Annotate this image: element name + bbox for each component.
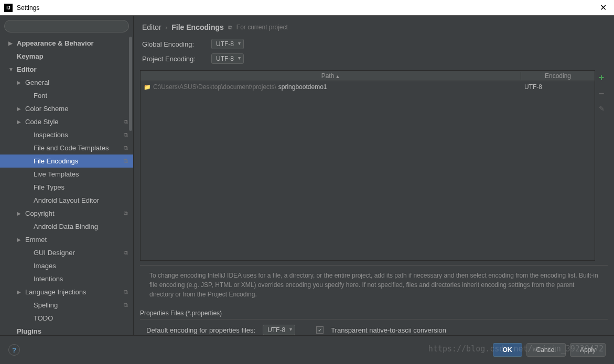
tree-item-language-injections[interactable]: Language Injections⧉ [0,285,133,299]
folder-icon: 📁 [144,84,151,91]
app-icon: IJ [4,4,13,12]
scrollbar[interactable] [129,37,132,131]
tree-item-label: Live Templates [34,170,79,178]
breadcrumb-scope: For current project [236,24,288,31]
tree-item-label: Plugins [17,327,41,335]
sidebar: 🔍 Appearance & BehaviorKeymapEditorGener… [0,16,134,335]
tree-item-spelling[interactable]: Spelling⧉ [0,299,133,312]
tree-item-general[interactable]: General [0,76,133,89]
tree-item-label: Images [34,262,56,270]
properties-section-title: Properties Files (*.properties) [140,307,608,319]
sort-asc-icon: ▲ [335,74,340,79]
tree-item-label: Inspections [34,131,68,139]
tree-item-images[interactable]: Images [0,259,133,272]
encoding-cell[interactable]: UTF-8 [521,83,595,91]
project-scope-icon: ⧉ [124,302,128,308]
edit-icon[interactable]: ✎ [599,105,605,113]
add-icon[interactable]: + [599,72,605,83]
tree-item-file-types[interactable]: File Types [0,181,133,194]
settings-tree[interactable]: Appearance & BehaviorKeymapEditorGeneral… [0,37,133,335]
cancel-button[interactable]: Cancel [526,343,566,357]
tree-item-label: Keymap [17,52,44,60]
tree-item-file-encodings[interactable]: File Encodings⧉ [0,155,133,168]
chevron-right-icon [17,106,23,112]
column-header-path[interactable]: Path▲ [141,72,521,80]
project-scope-icon: ⧉ [124,210,128,217]
global-encoding-dropdown[interactable]: UTF-8 [211,39,244,49]
tree-item-inspections[interactable]: Inspections⧉ [0,128,133,141]
path-name: springbootdemo1 [278,83,327,91]
info-text: To change encoding IntelliJ IDEA uses fo… [140,265,608,304]
window-title: Settings [17,4,597,12]
table-row[interactable]: 📁C:\Users\ASUS\Desktop\document\projects… [141,81,595,93]
chevron-right-icon [8,40,15,46]
tree-item-plugins[interactable]: Plugins [0,325,133,335]
global-encoding-label: Global Encoding: [142,40,205,48]
close-icon[interactable]: ✕ [597,3,610,13]
tree-item-todo[interactable]: TODO [0,312,133,325]
transparent-checkbox[interactable]: ✓ [316,326,324,334]
project-scope-icon: ⧉ [124,131,128,138]
chevron-right-icon [17,289,23,295]
tree-item-label: File and Code Templates [34,144,109,152]
remove-icon[interactable]: − [599,89,605,100]
breadcrumb: Editor › File Encodings ⧉ For current pr… [134,16,614,37]
chevron-right-icon [17,80,23,85]
project-scope-icon: ⧉ [124,118,128,125]
tree-item-color-scheme[interactable]: Color Scheme [0,102,133,115]
tree-item-label: TODO [34,314,53,322]
project-scope-icon: ⧉ [228,24,232,31]
tree-item-keymap[interactable]: Keymap [0,50,133,63]
breadcrumb-parent[interactable]: Editor [142,23,161,31]
path-prefix: C:\Users\ASUS\Desktop\document\projects\ [153,83,276,91]
tree-item-label: Spelling [34,301,58,309]
ok-button[interactable]: OK [493,343,522,357]
tree-item-label: GUI Designer [34,249,75,257]
tree-item-label: Font [34,92,47,100]
search-input[interactable] [4,20,129,32]
chevron-down-icon [8,67,15,72]
column-header-encoding[interactable]: Encoding [521,72,595,80]
tree-item-label: Android Layout Editor [34,196,99,204]
tree-item-label: Editor [17,65,37,73]
tree-item-live-templates[interactable]: Live Templates [0,168,133,181]
tree-item-label: File Types [34,183,64,191]
tree-item-appearance-behavior[interactable]: Appearance & Behavior [0,37,133,50]
tree-item-label: Android Data Binding [34,223,98,230]
project-scope-icon: ⧉ [124,289,128,295]
tree-item-label: File Encodings [34,157,78,165]
tree-item-label: Color Scheme [25,105,68,113]
titlebar: IJ Settings ✕ [0,0,614,16]
project-scope-icon: ⧉ [124,249,128,256]
tree-item-android-data-binding[interactable]: Android Data Binding [0,220,133,233]
project-encoding-label: Project Encoding: [142,55,205,63]
chevron-right-icon [17,119,23,125]
help-icon[interactable]: ? [8,344,20,356]
tree-item-label: Language Injections [25,288,86,296]
breadcrumb-current: File Encodings [171,23,224,31]
apply-button[interactable]: Apply [570,343,606,357]
properties-default-label: Default encoding for properties files: [146,326,255,334]
tree-item-label: General [25,79,49,86]
tree-item-label: Code Style [25,118,59,126]
properties-encoding-dropdown[interactable]: UTF-8 [263,325,295,335]
tree-item-editor[interactable]: Editor [0,63,133,76]
chevron-right-icon [17,211,23,216]
path-cell: 📁C:\Users\ASUS\Desktop\document\projects… [141,83,521,91]
tree-item-label: Intentions [34,275,63,283]
tree-item-label: Copyright [25,209,55,217]
tree-item-android-layout-editor[interactable]: Android Layout Editor [0,194,133,207]
tree-item-emmet[interactable]: Emmet [0,233,133,246]
tree-item-file-and-code-templates[interactable]: File and Code Templates⧉ [0,141,133,155]
tree-item-code-style[interactable]: Code Style⧉ [0,115,133,128]
project-encoding-dropdown[interactable]: UTF-8 [211,53,244,64]
transparent-checkbox-label: Transparent native-to-ascii conversion [331,326,446,334]
chevron-right-icon [17,237,23,242]
tree-item-label: Emmet [25,236,47,244]
tree-item-intentions[interactable]: Intentions [0,272,133,285]
tree-item-gui-designer[interactable]: GUI Designer⧉ [0,246,133,259]
tree-item-font[interactable]: Font [0,89,133,102]
project-scope-icon: ⧉ [124,158,128,164]
tree-item-label: Appearance & Behavior [17,39,94,47]
tree-item-copyright[interactable]: Copyright⧉ [0,207,133,220]
